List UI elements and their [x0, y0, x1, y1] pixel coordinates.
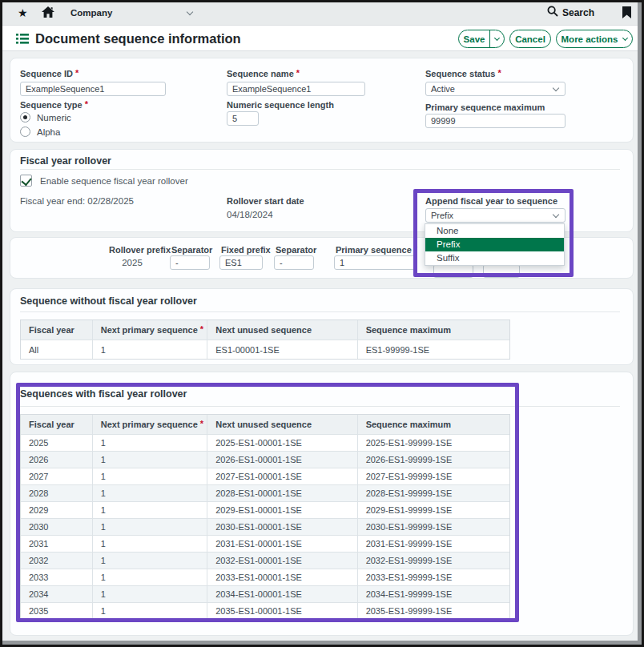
table-cell: 2035-ES1-99999-1SE — [358, 603, 509, 619]
sequence-id-input[interactable] — [20, 82, 166, 96]
table-cell: 1 — [93, 536, 208, 552]
sequence-id-label: Sequence ID* — [20, 69, 78, 78]
separator2-label: Separator — [276, 245, 316, 255]
save-button[interactable]: Save — [458, 30, 505, 48]
table-header-row: Fiscal yearNext primary sequence*Next un… — [21, 415, 509, 434]
rollover-prefix-label: Rollover prefix — [109, 245, 171, 255]
bookmark-icon[interactable] — [622, 6, 631, 22]
table-row: 203212032-ES1-00001-1SE2032-ES1-99999-1S… — [21, 552, 509, 569]
required-marker: * — [200, 419, 203, 428]
search-button[interactable]: Search — [547, 0, 594, 26]
table-header-row: Fiscal yearNext primary sequence*Next un… — [21, 320, 509, 340]
numeric-sequence-length-input[interactable] — [227, 111, 259, 126]
table-cell: 2025 — [21, 435, 93, 451]
radio-button-icon — [20, 127, 30, 137]
table-cell: All — [21, 340, 93, 359]
section-divider — [20, 311, 620, 312]
required-marker: * — [296, 68, 300, 78]
enable-rollover-checkbox[interactable]: Enable sequence fiscal year rollover — [20, 175, 188, 187]
required-marker: * — [85, 99, 88, 109]
table-cell: 1 — [93, 553, 208, 569]
more-actions-button[interactable]: More actions — [556, 30, 633, 48]
save-button-label: Save — [459, 31, 489, 47]
primary-sequence-maximum-label: Primary sequence maximum — [425, 102, 545, 112]
section-divider — [20, 406, 620, 407]
table-row: 203412034-ES1-00001-1SE2034-ES1-99999-1S… — [21, 585, 509, 602]
radio-alpha-label: Alpha — [37, 127, 60, 137]
dropdown-option-none[interactable]: None — [425, 224, 564, 238]
section-divider — [20, 169, 620, 170]
primary-sequence-maximum-input[interactable] — [425, 114, 566, 128]
record-list-icon[interactable] — [16, 33, 29, 47]
fixed-prefix-input[interactable] — [219, 255, 263, 270]
rollover-prefix-value: 2025 — [109, 258, 155, 267]
table-row: 202512025-ES1-00001-1SE2025-ES1-99999-1S… — [21, 434, 509, 451]
chevron-down-icon — [622, 34, 628, 40]
sequence-name-input[interactable] — [227, 82, 365, 96]
table-cell: 1 — [93, 468, 208, 484]
cancel-button[interactable]: Cancel — [509, 30, 551, 48]
dropdown-option-prefix[interactable]: Prefix — [425, 238, 564, 251]
table-row: 203012030-ES1-00001-1SE2030-ES1-99999-1S… — [21, 518, 509, 535]
horizontal-scrollbar[interactable] — [2, 641, 642, 645]
sequence-type-label: Sequence type* — [20, 100, 88, 110]
table-header-cell: Next unused sequence — [207, 415, 357, 434]
append-fiscal-year-select[interactable]: Prefix — [425, 208, 566, 223]
required-marker: * — [75, 68, 78, 78]
sequence-name-label: Sequence name* — [227, 69, 300, 78]
table-cell: 2026 — [21, 452, 93, 468]
table-cell: 2027-ES1-99999-1SE — [358, 468, 509, 484]
table-cell: 2029 — [21, 502, 93, 518]
table-cell: 2027 — [21, 468, 93, 484]
table-row: 202612026-ES1-00001-1SE2026-ES1-99999-1S… — [21, 451, 509, 468]
append-fiscal-year-value: Prefix — [431, 211, 453, 220]
save-dropdown-button[interactable] — [490, 38, 504, 40]
append-fiscal-year-dropdown-list: NonePrefixSuffix — [425, 223, 565, 266]
top-navigation-bar: ★ Company Search — [0, 0, 644, 26]
table-header-cell: Fiscal year — [21, 320, 93, 340]
table-cell: 1 — [93, 452, 208, 468]
sequences-with-rollover-table: Fiscal yearNext primary sequence*Next un… — [20, 414, 510, 620]
vertical-scrollbar[interactable] — [638, 2, 642, 645]
sequence-status-select[interactable]: Active — [425, 82, 566, 96]
obscured-field[interactable] — [433, 264, 473, 278]
radio-numeric-label: Numeric — [37, 113, 71, 123]
obscured-field[interactable] — [483, 264, 520, 278]
table-cell: 2034-ES1-00001-1SE — [207, 586, 357, 602]
table-cell: 2025-ES1-00001-1SE — [207, 435, 357, 451]
table-without-title: Sequence without fiscal year rollover — [20, 295, 197, 307]
table-cell: 1 — [93, 485, 208, 501]
radio-numeric[interactable]: Numeric — [20, 112, 71, 123]
home-icon[interactable] — [42, 6, 54, 22]
table-row: 203512035-ES1-00001-1SE2035-ES1-99999-1S… — [21, 602, 509, 619]
table-cell: 2031 — [21, 536, 93, 552]
table-cell: 2031-ES1-99999-1SE — [358, 536, 509, 552]
table-cell: 1 — [93, 569, 208, 585]
table-row: All1ES1-00001-1SEES1-99999-1SE — [21, 340, 509, 359]
rollover-start-date-label: Rollover start date — [227, 196, 304, 206]
company-selector[interactable]: Company — [70, 0, 192, 26]
table-cell: 2033-ES1-00001-1SE — [207, 569, 357, 585]
primary-sequence-input[interactable] — [334, 255, 417, 270]
radio-alpha[interactable]: Alpha — [20, 127, 60, 137]
favorite-star-icon[interactable]: ★ — [18, 6, 28, 19]
app-window: ★ Company Search Document sequence info — [0, 0, 644, 647]
table-cell: 1 — [93, 519, 208, 535]
dropdown-option-suffix[interactable]: Suffix — [425, 251, 564, 265]
table-row: 202812028-ES1-00001-1SE2028-ES1-99999-1S… — [21, 484, 509, 501]
fiscal-year-end-text: Fiscal year end: 02/28/2025 — [20, 196, 134, 206]
table-row: 203312033-ES1-00001-1SE2033-ES1-99999-1S… — [21, 569, 509, 585]
table-cell: ES1-00001-1SE — [207, 340, 357, 359]
fiscal-year-rollover-card: Fiscal year rollover Enable sequence fis… — [10, 149, 634, 232]
separator2-input[interactable] — [274, 255, 314, 270]
chevron-down-icon — [494, 34, 500, 40]
rollover-start-date-value: 04/18/2024 — [227, 210, 273, 219]
table-cell: 2035 — [21, 603, 93, 619]
separator1-input[interactable] — [170, 255, 210, 270]
table-cell: 1 — [93, 435, 208, 451]
company-selector-label: Company — [70, 8, 112, 18]
sequence-form-card: Sequence ID* Sequence name* Sequence sta… — [10, 58, 634, 143]
sequence-without-rollover-card: Sequence without fiscal year rollover Fi… — [10, 288, 634, 365]
table-cell: 2033 — [21, 569, 93, 585]
table-cell: 2032 — [21, 553, 93, 569]
